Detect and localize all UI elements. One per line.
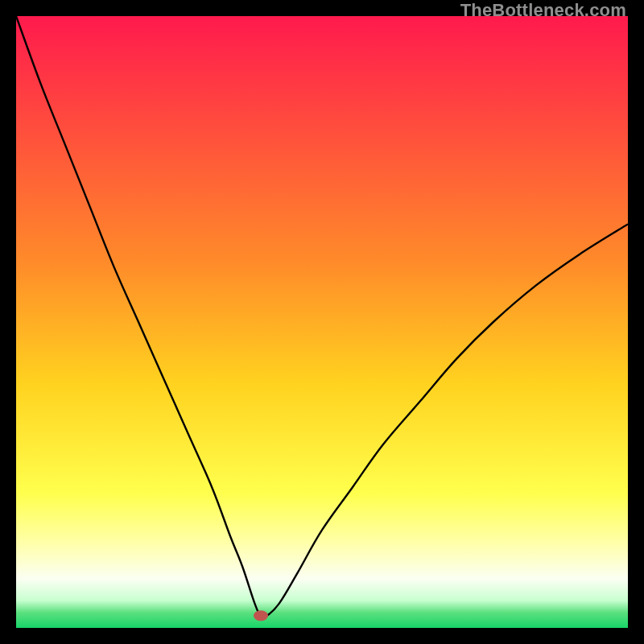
gradient-background [16, 16, 628, 628]
optimum-marker [254, 610, 268, 621]
chart-frame: TheBottleneck.com [0, 0, 644, 644]
plot-area [16, 16, 628, 628]
bottleneck-chart-svg [16, 16, 628, 628]
watermark-text: TheBottleneck.com [460, 0, 626, 21]
